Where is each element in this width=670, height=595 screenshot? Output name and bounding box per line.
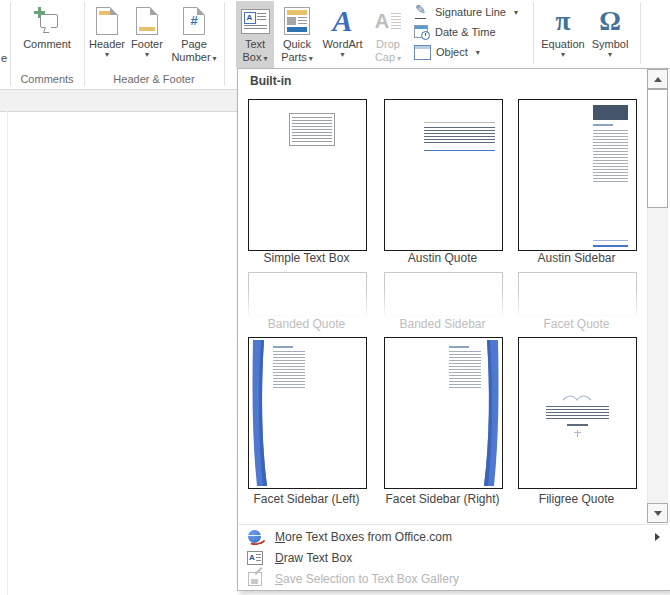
- drop-cap-label-line2: Cap: [375, 51, 395, 63]
- gallery-item-banded-quote[interactable]: [248, 272, 367, 316]
- gallery-item-banded-sidebar[interactable]: [384, 272, 503, 316]
- new-comment-icon: [34, 4, 60, 38]
- gallery-scroll-down-button[interactable]: [647, 503, 668, 523]
- quick-parts-icon: [284, 4, 310, 38]
- menu-separator: [239, 524, 669, 525]
- gallery-item-facet-quote[interactable]: [518, 272, 637, 316]
- equation-label: Equation: [541, 38, 584, 50]
- facet-right-band: [385, 338, 502, 488]
- header-icon: [96, 4, 118, 38]
- object-button[interactable]: Object ▾: [414, 43, 480, 61]
- chevron-down-icon: ▾: [145, 51, 149, 59]
- text-box-label-line1: Text: [245, 38, 265, 50]
- menu-item-save-selection: Save Selection to Text Box Gallery: [239, 568, 669, 589]
- drop-cap-label-line1: Drop: [376, 38, 400, 50]
- draw-text-box-label: Draw Text Box: [275, 551, 352, 565]
- date-time-button[interactable]: Date & Time: [414, 23, 496, 41]
- gallery-label: Facet Sidebar (Left): [238, 492, 375, 506]
- gallery-scrollbar-thumb[interactable]: [647, 89, 668, 208]
- footer-button[interactable]: Footer ▾: [128, 1, 166, 68]
- date-time-label: Date & Time: [435, 26, 496, 38]
- equation-button[interactable]: Equation ▾: [540, 1, 586, 68]
- document-page-edge: [7, 111, 8, 595]
- comments-group-label: Comments: [10, 73, 84, 85]
- header-button[interactable]: Header ▾: [88, 1, 126, 68]
- quick-parts-label-line2: Parts: [281, 51, 307, 63]
- quick-parts-label-line1: Quick: [283, 38, 311, 50]
- clipped-button-label-fragment: e: [1, 52, 7, 64]
- gallery-item-facet-sidebar-left[interactable]: [248, 337, 367, 489]
- more-text-boxes-label: More Text Boxes from Office.com: [275, 530, 452, 544]
- equation-pi-icon: [556, 4, 571, 38]
- wordart-icon: [332, 4, 352, 38]
- gallery-label: Filigree Quote: [508, 492, 645, 506]
- gallery-item-filigree-quote[interactable]: [518, 337, 637, 489]
- scroll-down-icon: [654, 511, 662, 516]
- chevron-down-icon: ▾: [608, 51, 612, 59]
- chevron-down-icon: ▾: [476, 48, 480, 57]
- comment-button[interactable]: Comment: [16, 1, 78, 68]
- signature-line-label: Signature Line: [435, 6, 506, 18]
- group-divider: [224, 2, 225, 86]
- symbol-button[interactable]: Symbol ▾: [589, 1, 631, 68]
- footer-button-label: Footer: [131, 38, 163, 50]
- signature-line-button[interactable]: Signature Line ▾: [414, 3, 518, 21]
- gallery-label: Simple Text Box: [238, 251, 375, 265]
- gallery-item-facet-sidebar-right[interactable]: [384, 337, 503, 489]
- menu-item-more-text-boxes[interactable]: More Text Boxes from Office.com: [239, 526, 669, 547]
- simple-text-box-thumbnail: [289, 113, 335, 146]
- page-number-button[interactable]: Page Number▾: [168, 1, 220, 68]
- page-number-label-line1: Page: [181, 38, 207, 50]
- save-selection-icon: [247, 571, 263, 587]
- quick-parts-button[interactable]: Quick Parts▾: [276, 1, 318, 68]
- text-box-button[interactable]: Text Box▾: [236, 1, 274, 68]
- symbol-label: Symbol: [592, 38, 629, 50]
- group-divider: [640, 2, 641, 64]
- gallery-label: Facet Sidebar (Right): [374, 492, 511, 506]
- header-footer-group-label: Header & Footer: [84, 73, 224, 85]
- gallery-label: Austin Sidebar: [508, 251, 645, 265]
- submenu-arrow-icon: [655, 533, 660, 541]
- text-box-label-line2: Box: [243, 51, 262, 63]
- group-divider: [533, 2, 534, 64]
- gallery-label: Facet Quote: [508, 317, 645, 331]
- signature-pen-icon: [414, 5, 430, 20]
- header-button-label: Header: [89, 38, 125, 50]
- wordart-button[interactable]: WordArt ▾: [320, 1, 365, 68]
- menu-item-draw-text-box[interactable]: Draw Text Box: [239, 547, 669, 568]
- chevron-down-icon: ▾: [561, 51, 565, 59]
- drop-cap-button: Drop Cap▾: [367, 1, 409, 68]
- chevron-down-icon: ▾: [340, 51, 344, 59]
- gallery-item-austin-quote[interactable]: [384, 99, 503, 251]
- chevron-down-icon: ▾: [213, 54, 217, 63]
- draw-text-box-icon: [247, 550, 263, 566]
- facet-left-band: [249, 338, 366, 488]
- object-icon: [414, 45, 431, 60]
- date-time-icon: [414, 25, 430, 40]
- chevron-down-icon: ▾: [105, 51, 109, 59]
- page-number-icon: [183, 4, 205, 38]
- austin-sidebar-thumbnail: [593, 105, 628, 120]
- page-number-label-line2: Number: [171, 51, 210, 63]
- object-label: Object: [436, 46, 468, 58]
- text-box-icon: [241, 4, 270, 38]
- chevron-down-icon: ▾: [263, 54, 267, 63]
- gallery-item-simple-text-box[interactable]: [248, 99, 367, 251]
- text-box-dropdown-panel: Built-in Simple Text Box Austin Quote Au…: [237, 68, 670, 591]
- chevron-down-icon: ▾: [397, 54, 401, 63]
- comment-button-label: Comment: [23, 38, 71, 50]
- symbol-omega-icon: [599, 4, 621, 38]
- gallery-label: Banded Sidebar: [374, 317, 511, 331]
- wordart-label: WordArt: [322, 38, 362, 50]
- gallery-item-austin-sidebar[interactable]: [518, 99, 637, 251]
- office-com-globe-icon: [247, 529, 263, 545]
- drop-cap-icon: [375, 4, 401, 38]
- scroll-up-icon: [654, 77, 662, 82]
- word-insert-ribbon-screen: e Comment Comments Header ▾ Footer ▾: [0, 0, 670, 595]
- chevron-down-icon: ▾: [309, 54, 313, 63]
- save-selection-label: Save Selection to Text Box Gallery: [275, 572, 459, 586]
- gallery-scroll-up-button[interactable]: [647, 69, 668, 89]
- builtin-section-header: Built-in: [250, 74, 291, 88]
- gallery-label: Austin Quote: [374, 251, 511, 265]
- footer-icon: [136, 4, 158, 38]
